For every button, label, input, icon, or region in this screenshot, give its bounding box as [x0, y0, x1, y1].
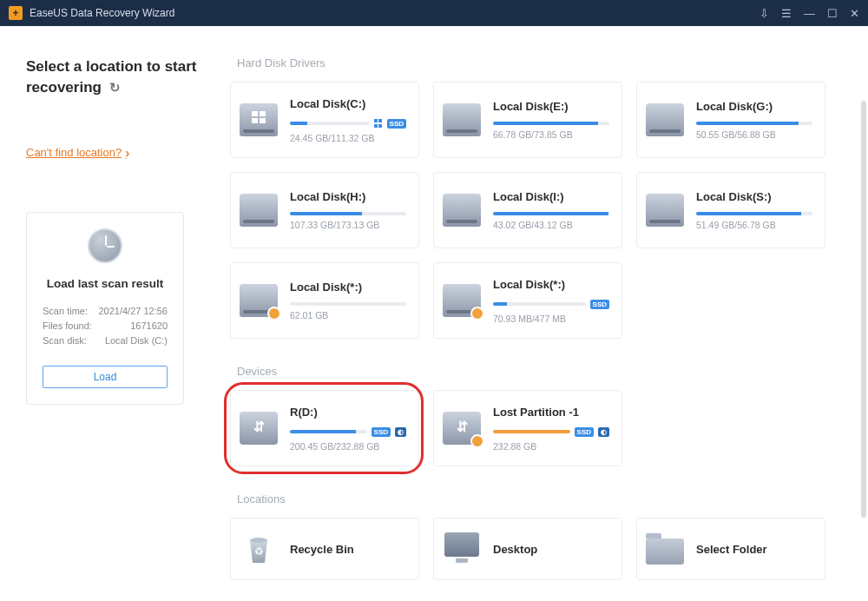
scrollbar[interactable]: [861, 101, 866, 518]
drive-capacity: 24.45 GB/111.32 GB: [290, 133, 406, 143]
scan-info-value: Local Disk (C:): [105, 335, 168, 346]
drives-grid: Local Disk(C:) SSD 24.45 GB/111.32 GB Lo…: [230, 82, 859, 339]
drive-capacity: 70.93 MB/477 MB: [493, 314, 609, 324]
usage-bar: [290, 212, 406, 215]
location-card[interactable]: Desktop: [433, 518, 622, 580]
maximize-icon[interactable]: ☐: [827, 8, 838, 19]
content-area: Hard Disk Drivers Local Disk(C:) SSD 24.…: [221, 26, 868, 601]
disk-icon: [443, 103, 481, 136]
scan-info-value: 1671620: [130, 320, 168, 331]
refresh-icon[interactable]: ↻: [109, 78, 121, 96]
drive-card[interactable]: Local Disk(E:) 66.78 GB/73.85 GB: [433, 82, 622, 158]
location-card[interactable]: Select Folder: [636, 518, 825, 580]
disk-windows-icon: [240, 103, 278, 136]
drive-capacity: 43.02 GB/43.12 GB: [493, 220, 609, 230]
drive-capacity: 232.88 GB: [493, 441, 609, 452]
drive-card[interactable]: Local Disk(*:) 62.01 GB: [230, 262, 419, 339]
page-heading: Select a location to start recovering ↻: [26, 56, 200, 98]
clock-icon: [88, 228, 122, 263]
usage-bar: [696, 122, 812, 125]
drive-card[interactable]: Local Disk(*:) SSD 70.93 MB/477 MB: [433, 262, 622, 339]
locations-grid: ♻Recycle BinDesktopSelect Folder: [230, 518, 859, 580]
location-title: Desktop: [493, 543, 609, 556]
drive-title: Lost Partition -1: [493, 406, 609, 419]
last-scan-panel: Load last scan result Scan time:2021/4/2…: [26, 212, 184, 405]
drive-title: Local Disk(*:): [290, 281, 406, 294]
windows-badge-icon: [374, 119, 383, 128]
desktop-icon: [443, 532, 481, 565]
window-controls: ⇩ ☰ — ☐ ✕: [760, 8, 859, 19]
section-label-devices: Devices: [237, 365, 859, 378]
scan-info-row: Files found:1671620: [43, 320, 168, 331]
drive-title: R(D:): [290, 406, 406, 419]
folder-icon: [646, 533, 684, 565]
recycle-bin-icon: ♻: [240, 530, 278, 568]
location-card[interactable]: ♻Recycle Bin: [230, 518, 419, 580]
drive-card[interactable]: Local Disk(G:) 50.55 GB/56.88 GB: [636, 82, 825, 158]
save-icon[interactable]: ⇩: [760, 8, 769, 19]
drive-capacity: 107.33 GB/173.13 GB: [290, 220, 406, 230]
drive-card[interactable]: Local Disk(H:) 107.33 GB/173.13 GB: [230, 172, 419, 248]
drive-title: Local Disk(*:): [493, 278, 609, 291]
drive-title: Local Disk(C:): [290, 97, 406, 110]
drive-title: Local Disk(H:): [290, 190, 406, 203]
location-title: Recycle Bin: [290, 543, 406, 556]
usb-icon: [443, 412, 481, 445]
disk-icon: [240, 284, 278, 317]
drive-card[interactable]: Local Disk(C:) SSD 24.45 GB/111.32 GB: [230, 82, 419, 158]
ssd-badge: SSD: [372, 427, 391, 437]
cant-find-location-link[interactable]: Can't find location? ››: [26, 146, 200, 160]
drive-card[interactable]: Lost Partition -1 SSD◐ 232.88 GB: [433, 390, 622, 466]
scan-info-row: Scan disk:Local Disk (C:): [43, 335, 168, 346]
drive-card[interactable]: Local Disk(I:) 43.02 GB/43.12 GB: [433, 172, 622, 248]
location-title: Select Folder: [696, 543, 812, 556]
svg-text:♻: ♻: [254, 545, 264, 558]
drive-capacity: 66.78 GB/73.85 GB: [493, 129, 609, 140]
section-label-locations: Locations: [237, 492, 859, 505]
usage-bar: [493, 212, 609, 215]
usage-bar: [696, 212, 812, 215]
usage-bar: [493, 122, 609, 125]
scan-info-label: Files found:: [43, 320, 92, 331]
drive-title: Local Disk(S:): [696, 190, 812, 203]
menu-icon[interactable]: ☰: [781, 8, 792, 19]
minimize-icon[interactable]: —: [804, 8, 815, 19]
drive-card[interactable]: R(D:) SSD◐ 200.45 GB/232.88 GB: [230, 390, 419, 466]
drive-capacity: 50.55 GB/56.88 GB: [696, 129, 812, 140]
warning-overlay-icon: [470, 307, 484, 320]
ssd-badge: SSD: [590, 300, 609, 309]
svg-point-0: [250, 538, 267, 543]
drive-capacity: 200.45 GB/232.88 GB: [290, 441, 406, 452]
disk-icon: [443, 194, 481, 227]
devices-grid: R(D:) SSD◐ 200.45 GB/232.88 GB Lost Part…: [230, 390, 859, 466]
section-label-drives: Hard Disk Drivers: [237, 56, 859, 69]
scan-info-row: Scan time:2021/4/27 12:56: [43, 306, 168, 316]
ssd-badge: SSD: [387, 119, 406, 129]
app-logo-icon: +: [9, 6, 23, 20]
drive-badge: ◐: [598, 427, 609, 437]
disk-icon: [646, 194, 684, 227]
app-title: EaseUS Data Recovery Wizard: [30, 7, 174, 19]
scan-info-label: Scan disk:: [43, 335, 87, 346]
drive-capacity: 51.49 GB/56.78 GB: [696, 220, 812, 230]
sidebar: Select a location to start recovering ↻ …: [0, 26, 221, 601]
drive-title: Local Disk(E:): [493, 100, 609, 113]
chevron-right-icon: ››: [125, 146, 126, 160]
disk-icon: [646, 103, 684, 136]
usage-bar: [493, 302, 586, 306]
close-icon[interactable]: ✕: [850, 8, 859, 19]
scan-info-value: 2021/4/27 12:56: [98, 306, 168, 316]
titlebar: + EaseUS Data Recovery Wizard ⇩ ☰ — ☐ ✕: [0, 0, 868, 26]
heading-line1: Select a location to start: [26, 58, 197, 75]
warning-overlay-icon: [470, 434, 484, 448]
last-scan-title: Load last scan result: [27, 277, 183, 290]
drive-title: Local Disk(I:): [493, 190, 609, 203]
drive-card[interactable]: Local Disk(S:) 51.49 GB/56.78 GB: [636, 172, 825, 248]
usage-bar: [493, 430, 570, 433]
usage-bar: [290, 122, 370, 125]
ssd-badge: SSD: [575, 427, 594, 437]
drive-capacity: 62.01 GB: [290, 310, 406, 320]
usage-bar: [290, 430, 367, 433]
warning-overlay-icon: [267, 307, 281, 320]
load-button[interactable]: Load: [43, 366, 168, 388]
